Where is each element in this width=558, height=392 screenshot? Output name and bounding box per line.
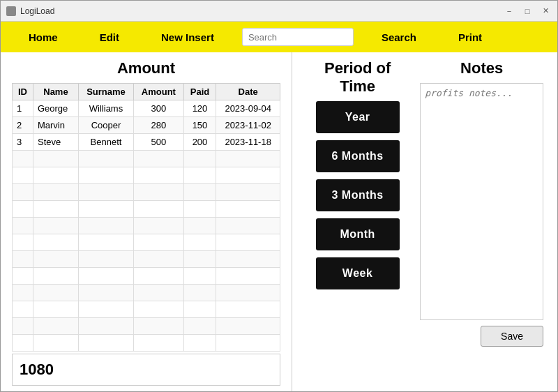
- table-row: 3SteveBennett5002002023-11-18: [13, 134, 280, 151]
- cell-name: Marvin: [33, 117, 78, 134]
- search-menu-item[interactable]: Search: [361, 22, 437, 52]
- cell-id: 3: [13, 134, 33, 151]
- titlebar-controls: − □ ✕: [503, 6, 552, 15]
- table-row-empty: [13, 251, 280, 268]
- cell-name: George: [33, 100, 78, 117]
- table-row: 2MarvinCooper2801502023-11-02: [13, 117, 280, 134]
- col-id: ID: [13, 84, 33, 100]
- cell-amount: 500: [134, 134, 184, 151]
- table-row-empty: [13, 335, 280, 352]
- table-row-empty: [13, 285, 280, 301]
- titlebar: LogiLoad − □ ✕: [1, 1, 557, 22]
- 6months-button[interactable]: 6 Months: [316, 140, 400, 172]
- right-panel: Period of Time Year 6 Months 3 Months Mo…: [292, 52, 557, 392]
- table-row-empty: [13, 234, 280, 251]
- cell-id: 2: [13, 117, 33, 134]
- main-content: Amount ID Name Surname Amount Paid Date …: [1, 52, 557, 392]
- table-row: 1GeorgeWilliams3001202023-09-04: [13, 100, 280, 117]
- amount-title: Amount: [12, 59, 280, 77]
- cell-id: 1: [13, 100, 33, 117]
- cell-date: 2023-11-02: [216, 117, 280, 134]
- cell-date: 2023-11-18: [216, 134, 280, 151]
- notes-title: Notes: [420, 59, 543, 77]
- cell-date: 2023-09-04: [216, 100, 280, 117]
- cell-surname: Williams: [78, 100, 133, 117]
- cell-paid: 200: [183, 134, 216, 151]
- table-row-empty: [13, 201, 280, 218]
- notes-section: Notes Save: [420, 59, 543, 347]
- table-row-empty: [13, 184, 280, 201]
- period-section: Period of Time Year 6 Months 3 Months Mo…: [306, 59, 409, 347]
- cell-surname: Bennett: [78, 134, 133, 151]
- app-title: LogiLoad: [20, 6, 54, 16]
- table-row-empty: [13, 318, 280, 335]
- week-button[interactable]: Week: [316, 257, 400, 289]
- year-button[interactable]: Year: [316, 101, 400, 133]
- amount-panel: Amount ID Name Surname Amount Paid Date …: [1, 52, 292, 392]
- save-button[interactable]: Save: [481, 326, 543, 347]
- app-icon: [6, 6, 16, 16]
- month-button[interactable]: Month: [316, 218, 400, 250]
- search-container: [242, 28, 354, 46]
- table-row-empty: [13, 167, 280, 184]
- table-row-empty: [13, 218, 280, 234]
- period-buttons: Year 6 Months 3 Months Month Week: [306, 101, 409, 289]
- search-input[interactable]: [242, 28, 354, 46]
- amount-table: ID Name Surname Amount Paid Date 1George…: [12, 83, 280, 352]
- total-box: 1080: [12, 354, 280, 386]
- 3months-button[interactable]: 3 Months: [316, 179, 400, 211]
- notes-textarea[interactable]: [420, 83, 543, 320]
- table-wrapper: ID Name Surname Amount Paid Date 1George…: [12, 83, 280, 354]
- titlebar-left: LogiLoad: [6, 6, 54, 16]
- cell-paid: 150: [183, 117, 216, 134]
- minimize-button[interactable]: −: [503, 7, 515, 15]
- period-title: Period of Time: [306, 59, 409, 96]
- col-surname: Surname: [78, 84, 133, 100]
- maximize-button[interactable]: □: [521, 7, 534, 15]
- cell-paid: 120: [183, 100, 216, 117]
- cell-surname: Cooper: [78, 117, 133, 134]
- col-date: Date: [216, 84, 280, 100]
- total-value: 1080: [20, 361, 54, 379]
- new-insert-menu-item[interactable]: New Insert: [140, 22, 235, 52]
- cell-amount: 300: [134, 100, 184, 117]
- cell-name: Steve: [33, 134, 78, 151]
- col-name: Name: [33, 84, 78, 100]
- close-button[interactable]: ✕: [539, 6, 552, 15]
- table-row-empty: [13, 301, 280, 318]
- col-amount: Amount: [134, 84, 184, 100]
- edit-menu-item[interactable]: Edit: [79, 22, 140, 52]
- table-row-empty: [13, 268, 280, 285]
- home-menu-item[interactable]: Home: [8, 22, 79, 52]
- cell-amount: 280: [134, 117, 184, 134]
- col-paid: Paid: [183, 84, 216, 100]
- right-top-row: Period of Time Year 6 Months 3 Months Mo…: [306, 59, 543, 347]
- table-row-empty: [13, 151, 280, 167]
- save-row: Save: [420, 326, 543, 347]
- print-menu-item[interactable]: Print: [437, 22, 503, 52]
- toolbar: Home Edit New Insert Search Print: [1, 22, 557, 52]
